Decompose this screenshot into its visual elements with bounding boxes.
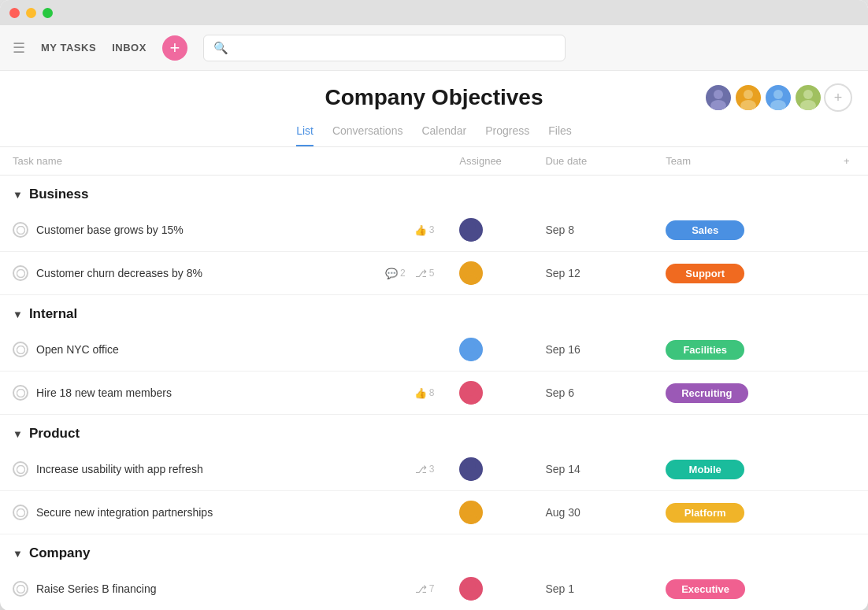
svg-point-7 — [800, 100, 816, 110]
tab-list[interactable]: List — [296, 118, 313, 146]
task-name-cell: Customer base grows by 15% 👍3 — [0, 209, 447, 252]
svg-point-15 — [467, 342, 476, 351]
svg-point-5 — [770, 100, 786, 110]
task-name-r6: Secure new integration partnerships — [36, 506, 426, 519]
table-row: Raise Series B financing ⎇7 Sep 1 Execut… — [0, 567, 868, 610]
section-arrow-company[interactable]: ▼ — [13, 548, 23, 560]
search-bar[interactable]: 🔍 — [203, 35, 566, 61]
task-name-r2: Customer churn decreases by 8% — [36, 267, 377, 279]
meta-count: 2 — [400, 268, 406, 279]
task-checkbox-r2[interactable] — [13, 265, 28, 281]
search-icon: 🔍 — [213, 41, 228, 55]
due-date-cell-r2: Sep 12 — [532, 252, 653, 295]
maximize-button[interactable] — [43, 8, 53, 18]
section-arrow-internal[interactable]: ▼ — [13, 309, 23, 320]
task-meta-r5: ⎇3 — [415, 464, 435, 475]
team-badge-r2: Support — [666, 264, 744, 283]
tab-progress[interactable]: Progress — [485, 118, 529, 146]
add-member-button[interactable]: + — [824, 83, 852, 112]
tab-calendar[interactable]: Calendar — [421, 118, 466, 146]
due-date-cell-r4: Sep 6 — [532, 372, 653, 415]
assignee-cell-r3 — [447, 328, 532, 372]
task-checkbox-r4[interactable] — [13, 385, 28, 401]
assignee-cell-r2 — [447, 252, 532, 295]
task-name-cell: Customer churn decreases by 8% 💬2⎇5 — [0, 252, 447, 295]
meta-item: ⎇5 — [415, 268, 435, 279]
svg-point-18 — [467, 386, 476, 394]
section-arrow-product[interactable]: ▼ — [13, 428, 23, 440]
row-add-r6[interactable] — [825, 491, 868, 534]
svg-point-17 — [17, 389, 24, 397]
tab-conversations[interactable]: Conversations — [332, 118, 403, 146]
task-checkbox-r3[interactable] — [13, 342, 28, 357]
svg-point-21 — [467, 462, 476, 471]
table-row: Hire 18 new team members 👍8 Sep 6 Recrui… — [0, 372, 868, 415]
col-add[interactable]: + — [825, 147, 868, 176]
svg-point-28 — [464, 591, 478, 601]
due-date-r5: Sep 14 — [545, 463, 580, 475]
avatar-1 — [704, 83, 733, 112]
team-badge-r7: Executive — [666, 579, 745, 599]
assignee-avatar-r1 — [459, 218, 483, 242]
svg-point-0 — [714, 90, 723, 99]
thumbs-up-icon: 👍 — [414, 224, 427, 236]
due-date-r1: Sep 8 — [545, 224, 574, 236]
meta-item: ⎇7 — [415, 583, 435, 595]
tab-files[interactable]: Files — [548, 118, 572, 146]
section-title-product: Product — [29, 426, 80, 441]
team-cell-r7: Executive — [653, 567, 825, 610]
meta-item: 👍3 — [414, 224, 435, 236]
navbar: ☰ MY TASKS INBOX + 🔍 — [0, 25, 868, 71]
section-title-internal: Internal — [29, 306, 77, 321]
assignee-avatar-r5 — [459, 457, 483, 481]
row-add-r2[interactable] — [825, 252, 868, 295]
task-table: Task name Assignee Due date Team + ▼Busi… — [0, 147, 868, 610]
assignee-cell-r4 — [447, 372, 532, 415]
section-business: ▼Business — [0, 176, 868, 209]
team-badge-r1: Sales — [666, 220, 744, 240]
section-arrow-business[interactable]: ▼ — [13, 189, 23, 201]
hamburger-menu[interactable]: ☰ — [13, 39, 25, 57]
close-button[interactable] — [9, 8, 20, 18]
row-add-r3[interactable] — [825, 328, 868, 372]
assignee-avatar-r2 — [459, 261, 483, 285]
svg-point-23 — [17, 508, 24, 516]
task-meta-r4: 👍8 — [414, 387, 435, 399]
svg-point-1 — [710, 100, 726, 110]
meta-count: 3 — [429, 224, 435, 235]
section-company: ▼Company — [0, 534, 868, 568]
row-add-r1[interactable] — [825, 209, 868, 252]
row-add-r5[interactable] — [825, 448, 868, 491]
svg-point-3 — [740, 100, 756, 110]
meta-item: 👍8 — [414, 387, 435, 399]
due-date-cell-r1: Sep 8 — [532, 209, 653, 252]
task-checkbox-r5[interactable] — [13, 461, 28, 477]
task-name-r5: Increase usability with app refresh — [36, 463, 407, 475]
task-checkbox-r7[interactable] — [13, 581, 28, 597]
meta-count: 3 — [429, 464, 435, 475]
row-add-r4[interactable] — [825, 372, 868, 415]
task-table-container: Task name Assignee Due date Team + ▼Busi… — [0, 147, 868, 610]
search-input[interactable] — [235, 42, 555, 54]
page-title: Company Objectives — [325, 85, 543, 110]
assignee-avatar-r6 — [459, 501, 483, 524]
my-tasks-nav[interactable]: MY TASKS — [41, 42, 96, 54]
svg-point-6 — [803, 90, 813, 99]
assignee-avatar-r7 — [459, 577, 483, 601]
col-team: Team — [653, 147, 825, 176]
svg-point-4 — [773, 90, 783, 99]
task-name-cell: Hire 18 new team members 👍8 — [0, 372, 447, 415]
inbox-nav[interactable]: INBOX — [112, 42, 147, 54]
task-checkbox-r6[interactable] — [13, 505, 28, 520]
due-date-r7: Sep 1 — [545, 582, 574, 595]
section-title-business: Business — [29, 187, 89, 201]
row-add-r7[interactable] — [825, 567, 868, 610]
team-cell-r3: Facilities — [653, 328, 825, 372]
task-name-cell: Increase usability with app refresh ⎇3 — [0, 448, 447, 491]
add-task-button[interactable]: + — [162, 35, 187, 61]
task-name-r4: Hire 18 new team members — [36, 386, 406, 399]
task-checkbox-r1[interactable] — [13, 222, 28, 238]
meta-item: ⎇3 — [415, 464, 435, 475]
main-window: ☰ MY TASKS INBOX + 🔍 Company Objectives … — [0, 0, 868, 610]
minimize-button[interactable] — [26, 8, 36, 18]
